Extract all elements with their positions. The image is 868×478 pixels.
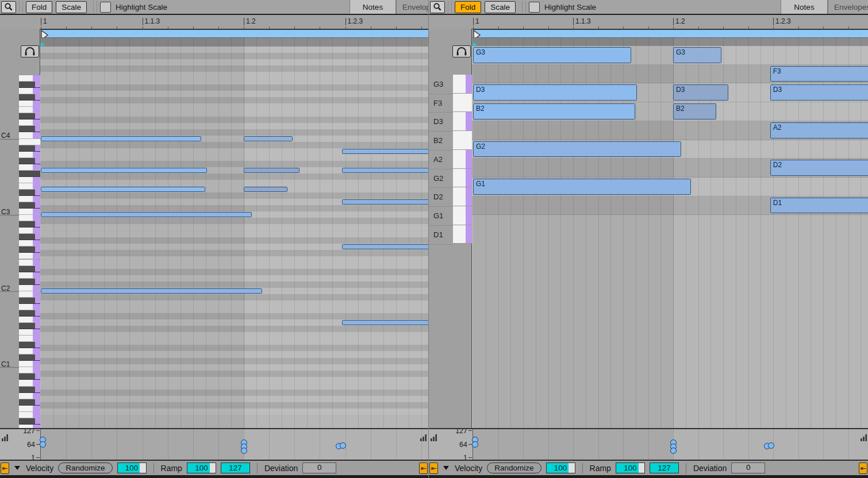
piano-key[interactable] <box>19 75 40 82</box>
piano-key[interactable] <box>19 412 40 418</box>
midi-note[interactable] <box>41 136 201 141</box>
lane-scroll-button[interactable]: ⇤ <box>859 462 867 474</box>
piano-key[interactable] <box>19 253 40 259</box>
piano-key[interactable] <box>19 152 40 158</box>
deviation-field[interactable]: 0 <box>731 462 765 473</box>
randomize-button[interactable]: Randomize <box>58 462 112 473</box>
piano-key[interactable] <box>19 373 40 380</box>
midi-note[interactable]: A2 <box>770 122 868 138</box>
velocity-lane[interactable]: 127641 <box>429 428 868 460</box>
scale-button[interactable]: Scale <box>56 1 87 13</box>
velocity-marker[interactable] <box>670 448 677 454</box>
zoom-tool-button[interactable] <box>430 1 445 13</box>
deviation-field[interactable]: 0 <box>302 462 336 473</box>
piano-key[interactable] <box>453 112 472 131</box>
piano-key[interactable] <box>453 225 472 244</box>
piano-key[interactable] <box>19 246 40 253</box>
scale-button[interactable]: Scale <box>485 1 516 13</box>
note-editor[interactable]: 11.1.31.21.2.3C4C3C2C1C0127641 <box>0 16 428 460</box>
piano-key[interactable] <box>19 380 40 386</box>
midi-note[interactable] <box>342 244 428 249</box>
piano-key[interactable] <box>19 101 40 107</box>
fold-button[interactable]: Fold <box>455 1 481 13</box>
piano-key[interactable] <box>19 272 40 279</box>
note-editor[interactable]: 11.1.31.21.2.3G3F3D3B2A2G2D2G1D1G3D3B2G2… <box>429 16 868 460</box>
piano-key[interactable] <box>19 387 40 393</box>
piano-key[interactable] <box>19 234 40 240</box>
piano-key[interactable] <box>19 183 40 190</box>
midi-note[interactable]: D3 <box>473 84 637 101</box>
zoom-tool-button[interactable] <box>1 1 16 13</box>
highlight-scale-checkbox[interactable] <box>100 2 111 13</box>
piano-key[interactable] <box>453 94 472 113</box>
midi-note[interactable] <box>244 187 287 192</box>
highlight-scale-checkbox[interactable] <box>529 2 540 13</box>
midi-note[interactable] <box>342 168 428 173</box>
midi-note[interactable] <box>41 168 207 173</box>
piano-key[interactable] <box>19 164 40 171</box>
piano-key[interactable] <box>19 291 40 298</box>
midi-note[interactable]: G2 <box>473 141 681 157</box>
piano-key[interactable] <box>19 202 40 209</box>
piano-key[interactable] <box>19 354 40 361</box>
piano-key[interactable] <box>19 228 40 234</box>
piano-key[interactable] <box>453 169 472 188</box>
piano-key[interactable] <box>19 82 40 88</box>
piano-key[interactable] <box>19 418 40 425</box>
midi-note[interactable] <box>342 199 428 205</box>
piano-key[interactable] <box>19 126 40 132</box>
midi-note[interactable]: D3 <box>770 84 868 101</box>
piano-key[interactable] <box>19 119 40 126</box>
beat-time-ruler[interactable]: 11.1.31.21.2.3 <box>429 16 868 29</box>
piano-key[interactable] <box>19 158 40 164</box>
piano-key[interactable] <box>19 107 40 113</box>
beat-time-ruler[interactable]: 11.1.31.21.2.3 <box>0 16 428 29</box>
piano-key[interactable] <box>19 298 40 304</box>
piano-key[interactable] <box>19 260 40 266</box>
piano-key[interactable] <box>19 196 40 202</box>
ramp-to-field[interactable]: 127 <box>650 462 679 473</box>
midi-note[interactable]: D1 <box>770 198 868 214</box>
piano-key[interactable] <box>19 329 40 336</box>
piano-key[interactable] <box>453 131 472 150</box>
lane-dropdown-arrow[interactable] <box>443 466 449 470</box>
tab-notes[interactable]: Notes <box>349 0 396 14</box>
piano-key[interactable] <box>19 215 40 221</box>
note-grid[interactable]: G3D3B2G2G1G3D3B2F3D3A2D2D1 <box>472 37 868 428</box>
piano-key[interactable] <box>19 209 40 215</box>
lane-collapse-button[interactable]: ⇤ <box>1 462 9 474</box>
piano-key[interactable] <box>19 406 40 412</box>
velocity-marker[interactable] <box>768 442 774 449</box>
piano-key[interactable] <box>19 323 40 329</box>
piano-key[interactable] <box>19 285 40 291</box>
piano-key[interactable] <box>19 240 40 246</box>
piano-key[interactable] <box>19 310 40 317</box>
piano-key[interactable] <box>19 88 40 94</box>
midi-note[interactable]: D3 <box>673 84 728 101</box>
midi-note[interactable] <box>342 320 428 325</box>
piano-key[interactable] <box>19 399 40 406</box>
preview-headphones-button[interactable] <box>452 45 471 57</box>
piano-key[interactable] <box>19 132 40 138</box>
midi-note[interactable] <box>244 168 299 173</box>
piano-key[interactable] <box>19 336 40 342</box>
piano-key[interactable] <box>19 367 40 373</box>
preview-headphones-button[interactable] <box>21 45 39 57</box>
piano-key[interactable] <box>19 145 40 152</box>
piano-key[interactable] <box>453 187 472 206</box>
ramp-to-field[interactable]: 127 <box>221 462 250 473</box>
tab-envelopes[interactable]: Envelopes <box>828 0 868 14</box>
midi-note[interactable]: G3 <box>473 47 631 63</box>
piano-key[interactable] <box>453 75 472 94</box>
midi-note[interactable]: B2 <box>673 103 716 119</box>
piano-key[interactable] <box>19 190 40 196</box>
ramp-from-field[interactable]: 100 <box>187 462 216 473</box>
velocity-lane[interactable]: 127641 <box>0 428 428 460</box>
ramp-from-field[interactable]: 100 <box>616 462 645 473</box>
midi-note[interactable] <box>342 149 428 154</box>
piano-key[interactable] <box>19 342 40 348</box>
velocity-marker[interactable] <box>472 441 478 448</box>
randomize-amount-field[interactable]: 100 <box>546 462 575 473</box>
tab-envelopes[interactable]: Envelopes <box>396 0 428 14</box>
midi-note[interactable] <box>41 288 262 294</box>
